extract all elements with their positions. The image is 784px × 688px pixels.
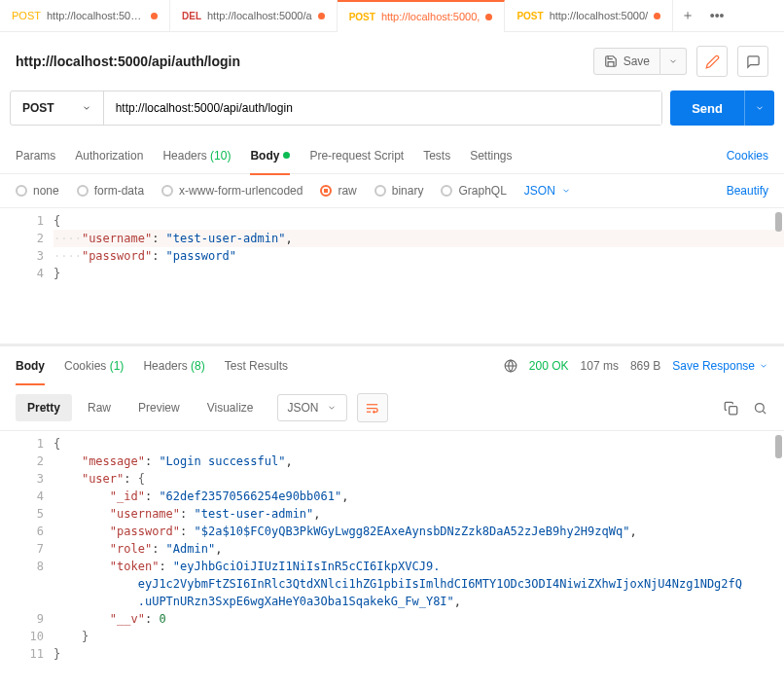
body-language-select[interactable]: JSON <box>524 184 571 198</box>
save-caret-button[interactable] <box>660 48 687 75</box>
save-button[interactable]: Save <box>593 48 660 75</box>
response-tabs: Body Cookies (1) Headers (8) Test Result… <box>0 346 784 385</box>
unsaved-dot-icon <box>151 13 158 19</box>
gutter: 1234 <box>0 208 53 344</box>
svg-line-6 <box>763 411 766 414</box>
radio-icon <box>441 185 452 197</box>
title-row: http://localhost:5000/api/auth/login Sav… <box>0 32 784 91</box>
tab-3[interactable]: POST http://localhost:5000/ <box>505 0 673 32</box>
response-toolbar: Pretty Raw Preview Visualize JSON <box>0 385 784 431</box>
view-visualize[interactable]: Visualize <box>196 394 266 421</box>
method-url-group: POST <box>10 91 662 126</box>
cookies-link[interactable]: Cookies <box>727 149 768 163</box>
radio-form-data[interactable]: form-data <box>77 184 144 198</box>
radio-icon <box>320 185 332 197</box>
radio-icon <box>161 185 173 197</box>
resp-tab-testresults[interactable]: Test Results <box>225 346 288 385</box>
status-time: 107 ms <box>581 359 619 373</box>
view-pretty[interactable]: Pretty <box>16 394 72 421</box>
request-body-editor[interactable]: 1234 { ····"username": "test-user-admin"… <box>0 207 784 344</box>
search-icon <box>753 401 767 416</box>
radio-icon <box>77 185 89 197</box>
scrollbar[interactable] <box>775 435 782 458</box>
tab-settings[interactable]: Settings <box>470 137 512 174</box>
tab-2[interactable]: POST http://localhost:5000, <box>338 0 506 32</box>
svg-rect-4 <box>729 406 736 414</box>
save-label: Save <box>624 54 650 68</box>
radio-urlencoded[interactable]: x-www-form-urlencoded <box>161 184 303 198</box>
search-response-button[interactable] <box>751 399 768 416</box>
body-type-row: none form-data x-www-form-urlencoded raw… <box>0 174 784 207</box>
more-tabs-button[interactable]: ••• <box>702 8 731 23</box>
request-title: http://localhost:5000/api/auth/login <box>16 54 584 69</box>
radio-icon <box>374 185 386 197</box>
tab-tests[interactable]: Tests <box>423 137 450 174</box>
status-code: 200 OK <box>529 359 569 373</box>
tab-headers[interactable]: Headers (10) <box>162 137 231 174</box>
save-response-button[interactable]: Save Response <box>672 359 768 373</box>
response-body-viewer[interactable]: 12345678 91011 { "message": "Login succe… <box>0 431 784 665</box>
save-icon <box>604 54 618 68</box>
tab-prerequest[interactable]: Pre-request Script <box>309 137 404 174</box>
response-format-select[interactable]: JSON <box>277 394 347 421</box>
chevron-down-icon <box>82 103 91 113</box>
chevron-down-icon <box>755 103 765 113</box>
wrap-icon <box>365 401 379 416</box>
chevron-down-icon <box>668 56 678 66</box>
chevron-down-icon <box>561 186 571 196</box>
radio-binary[interactable]: binary <box>374 184 424 198</box>
code-area[interactable]: { "message": "Login successful", "user":… <box>53 431 784 665</box>
view-preview[interactable]: Preview <box>126 394 192 421</box>
tab-label: http://localhost:5000/a <box>207 10 312 21</box>
tab-label: http://localhost:5000/ <box>47 10 145 21</box>
tab-method: POST <box>12 10 41 21</box>
unsaved-dot-icon <box>654 13 660 19</box>
resp-tab-cookies[interactable]: Cookies (1) <box>64 346 124 385</box>
tab-method: POST <box>517 11 543 21</box>
edit-button[interactable] <box>696 46 728 77</box>
tab-label: http://localhost:5000, <box>381 11 481 22</box>
tab-0[interactable]: POST http://localhost:5000/ <box>0 0 170 32</box>
save-group: Save <box>593 48 687 75</box>
tab-method: POST <box>349 12 375 22</box>
method-select[interactable]: POST <box>11 91 104 125</box>
radio-icon <box>16 185 27 197</box>
add-tab-button[interactable]: ＋ <box>673 7 702 24</box>
tab-authorization[interactable]: Authorization <box>75 137 143 174</box>
radio-none[interactable]: none <box>16 184 59 198</box>
request-tabs: Params Authorization Headers (10) Body P… <box>0 137 784 174</box>
chevron-down-icon <box>759 361 768 371</box>
send-button[interactable]: Send <box>670 91 744 126</box>
comments-button[interactable] <box>737 46 768 77</box>
wrap-lines-button[interactable] <box>357 393 388 422</box>
globe-icon[interactable] <box>504 359 517 373</box>
send-caret-button[interactable] <box>744 91 774 126</box>
svg-point-5 <box>755 403 764 412</box>
pencil-icon <box>705 54 720 69</box>
body-modified-dot-icon <box>283 152 290 159</box>
tab-label: http://localhost:5000/ <box>550 10 649 21</box>
radio-graphql[interactable]: GraphQL <box>441 184 506 198</box>
radio-raw[interactable]: raw <box>320 184 356 198</box>
tab-body[interactable]: Body <box>250 137 290 174</box>
tab-params[interactable]: Params <box>16 137 55 174</box>
copy-response-button[interactable] <box>722 399 739 416</box>
unsaved-dot-icon <box>485 14 492 20</box>
url-input[interactable] <box>104 91 662 125</box>
status-size: 869 B <box>630 359 660 373</box>
tabs-bar: POST http://localhost:5000/ DEL http://l… <box>0 0 784 32</box>
view-raw[interactable]: Raw <box>76 394 123 421</box>
scrollbar[interactable] <box>775 212 782 232</box>
resp-tab-body[interactable]: Body <box>16 346 45 385</box>
url-row: POST Send <box>0 91 784 137</box>
gutter: 12345678 91011 <box>0 431 53 665</box>
tab-1[interactable]: DEL http://localhost:5000/a <box>170 0 338 32</box>
unsaved-dot-icon <box>318 13 325 19</box>
comment-icon <box>746 54 761 69</box>
copy-icon <box>724 401 738 416</box>
chevron-down-icon <box>327 403 337 413</box>
code-area[interactable]: { ····"username": "test-user-admin", ···… <box>53 208 784 344</box>
send-group: Send <box>670 91 774 126</box>
beautify-link[interactable]: Beautify <box>727 184 768 198</box>
resp-tab-headers[interactable]: Headers (8) <box>143 346 204 385</box>
